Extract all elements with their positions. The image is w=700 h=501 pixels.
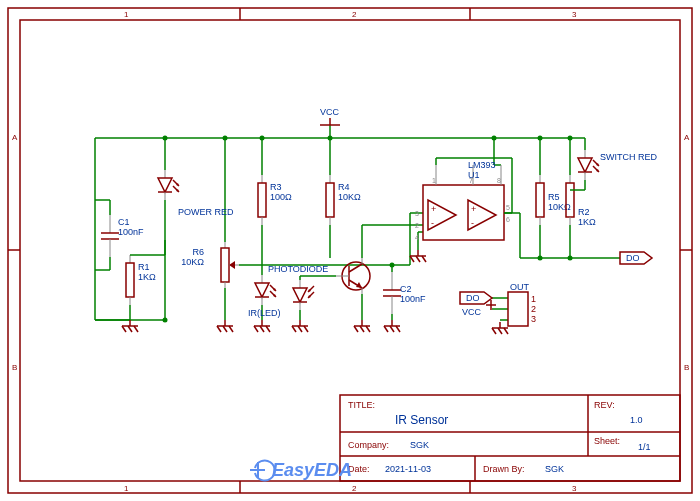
svg-text:1: 1 — [432, 177, 436, 184]
resistor-r4: R4 10KΩ — [326, 175, 361, 225]
svg-text:R3: R3 — [270, 182, 282, 192]
transistor-npn — [336, 258, 370, 294]
svg-text:4: 4 — [415, 234, 419, 241]
led-power: POWER RED — [158, 170, 234, 217]
svg-point-107 — [492, 136, 497, 141]
svg-point-106 — [328, 136, 333, 141]
gnd-icon — [217, 320, 233, 332]
svg-text:PHOTODIODE: PHOTODIODE — [268, 264, 328, 274]
svg-point-113 — [163, 318, 168, 323]
svg-text:3: 3 — [572, 484, 577, 493]
svg-rect-1 — [20, 20, 680, 481]
svg-text:B: B — [684, 363, 689, 372]
capacitor-c1: C1 100nF — [95, 200, 144, 270]
company-value: SGK — [410, 440, 429, 450]
gnd-icon — [410, 250, 426, 262]
title-text: IR Sensor — [395, 413, 448, 427]
svg-point-108 — [538, 136, 543, 141]
gnd-icon — [122, 320, 138, 332]
col-2: 2 — [352, 10, 357, 19]
svg-rect-0 — [8, 8, 692, 493]
svg-point-112 — [390, 263, 395, 268]
drawing-frame: 1 2 3 1 2 3 A B A B — [8, 8, 692, 493]
resistor-r2: R2 1KΩ — [566, 175, 596, 227]
gnd-icon — [292, 320, 308, 332]
svg-text:DO: DO — [626, 253, 640, 263]
led-switch: SWITCH RED — [570, 150, 657, 190]
svg-text:1: 1 — [124, 484, 129, 493]
svg-text:LM393: LM393 — [468, 160, 496, 170]
netlabel-do: DO — [620, 252, 652, 264]
svg-text:A: A — [684, 133, 690, 142]
schematic-canvas: 1 2 3 1 2 3 A B A B TITLE: IR Sensor REV… — [0, 0, 700, 501]
svg-text:2: 2 — [415, 222, 419, 229]
svg-text:10KΩ: 10KΩ — [338, 192, 361, 202]
svg-text:10KΩ: 10KΩ — [548, 202, 571, 212]
svg-text:2: 2 — [352, 484, 357, 493]
svg-text:R5: R5 — [548, 192, 560, 202]
svg-text:2: 2 — [531, 304, 536, 314]
svg-text:VCC: VCC — [462, 307, 482, 317]
svg-text:1: 1 — [531, 294, 536, 304]
svg-text:1KΩ: 1KΩ — [578, 217, 596, 227]
svg-point-104 — [223, 136, 228, 141]
gnd-icon — [384, 320, 400, 332]
svg-point-103 — [163, 136, 168, 141]
pot-r6: R6 10KΩ — [181, 242, 239, 288]
photodiode: PHOTODIODE — [268, 264, 328, 310]
svg-text:1KΩ: 1KΩ — [138, 272, 156, 282]
rev-label: REV: — [594, 400, 615, 410]
title-label: TITLE: — [348, 400, 375, 410]
title-block: TITLE: IR Sensor REV: 1.0 Sheet: 1/1 Com… — [250, 395, 680, 481]
svg-text:EasyEDA: EasyEDA — [272, 460, 352, 480]
svg-rect-165 — [508, 292, 528, 326]
svg-point-110 — [538, 256, 543, 261]
svg-text:10KΩ: 10KΩ — [181, 257, 204, 267]
sheet-value: 1/1 — [638, 442, 651, 452]
svg-text:R6: R6 — [192, 247, 204, 257]
wiring — [95, 125, 620, 323]
svg-text:8: 8 — [497, 177, 501, 184]
svg-text:C1: C1 — [118, 217, 130, 227]
svg-text:6: 6 — [506, 216, 510, 223]
ic-lm393: 8 7 1 3 2 4 5 6 U1 LM393 — [415, 158, 512, 241]
svg-text:3: 3 — [531, 314, 536, 324]
led-ir: IR(LED) — [248, 275, 281, 318]
svg-text:R1: R1 — [138, 262, 150, 272]
col-1: 1 — [124, 10, 129, 19]
svg-point-109 — [568, 136, 573, 141]
svg-text:5: 5 — [506, 204, 510, 211]
row-A: A — [12, 133, 18, 142]
drawn-value: SGK — [545, 464, 564, 474]
svg-text:100nF: 100nF — [400, 294, 426, 304]
vcc-power-flag: VCC — [320, 107, 340, 125]
svg-text:100nF: 100nF — [118, 227, 144, 237]
company-label: Company: — [348, 440, 389, 450]
svg-text:POWER
RED: POWER RED — [178, 207, 234, 217]
svg-text:R2: R2 — [578, 207, 590, 217]
resistor-r3: R3 100Ω — [258, 175, 292, 225]
drawn-label: Drawn By: — [483, 464, 525, 474]
row-B: B — [12, 363, 17, 372]
resistor-r1: R1 1KΩ — [95, 240, 165, 320]
svg-text:U1: U1 — [468, 170, 480, 180]
date-value: 2021-11-03 — [385, 464, 431, 474]
svg-text:100Ω: 100Ω — [270, 192, 292, 202]
col-3: 3 — [572, 10, 577, 19]
svg-text:VCC: VCC — [320, 107, 340, 117]
svg-text:OUT: OUT — [510, 282, 530, 292]
gnd-icon — [354, 320, 370, 332]
connector-out: OUT 1 2 3 DO VCC — [460, 282, 536, 334]
svg-point-111 — [568, 256, 573, 261]
svg-text:R4: R4 — [338, 182, 350, 192]
svg-text:IR(LED): IR(LED) — [248, 308, 281, 318]
rev-value: 1.0 — [630, 415, 643, 425]
easyeda-logo: EasyEDA — [250, 460, 352, 481]
capacitor-c2: C2 100nF — [383, 272, 426, 314]
svg-text:DO: DO — [466, 293, 480, 303]
gnd-icon — [254, 320, 270, 332]
sheet-label: Sheet: — [594, 436, 620, 446]
svg-point-105 — [260, 136, 265, 141]
svg-text:C2: C2 — [400, 284, 412, 294]
svg-text:3: 3 — [415, 210, 419, 217]
